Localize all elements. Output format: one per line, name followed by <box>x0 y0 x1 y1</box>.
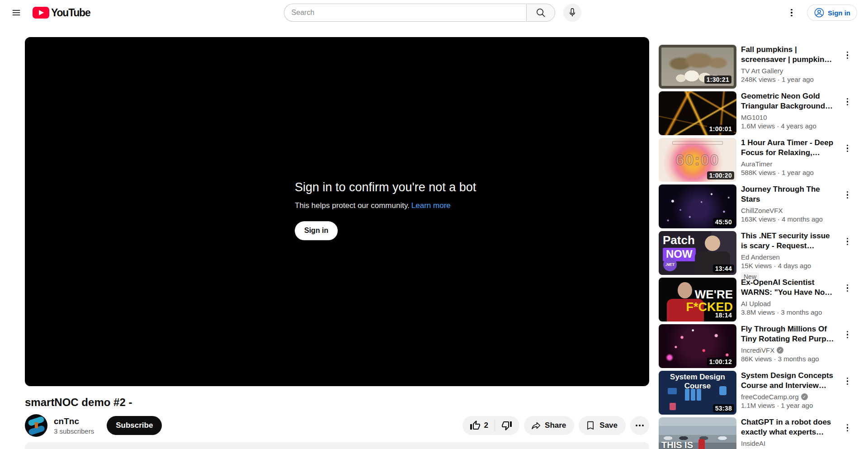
video-actions: 2 Share <box>462 416 649 435</box>
description-box[interactable]: 29 views1 day ago <box>25 442 649 449</box>
like-dislike-pill: 2 <box>462 416 519 435</box>
duration-badge: 53:38 <box>713 404 734 412</box>
search-icon <box>535 7 546 18</box>
related-video-title: Fall pumpkins | screensaver | pumpkin pa… <box>741 45 834 65</box>
hamburger-menu-button[interactable] <box>7 4 25 22</box>
video-details: Journey Through The Stars ChillZoneVFX 1… <box>741 184 834 228</box>
learn-more-link[interactable]: Learn more <box>411 201 451 210</box>
related-video-title: 1 Hour Aura Timer - Deep Focus for Relax… <box>741 138 834 158</box>
video-options-button[interactable] <box>847 45 849 89</box>
dislike-button[interactable] <box>495 420 519 431</box>
duration-badge: 1:00:01 <box>707 125 734 133</box>
video-thumbnail[interactable]: Patch NOW .NET 13:44 <box>659 231 736 275</box>
video-details: Fall pumpkins | screensaver | pumpkin pa… <box>741 45 834 89</box>
video-thumbnail[interactable]: 1:00:12 <box>659 324 736 368</box>
search-area <box>284 4 581 22</box>
save-button[interactable]: Save <box>579 416 626 435</box>
page-content: Sign in to confirm you're not a bot This… <box>0 25 868 449</box>
video-options-button[interactable] <box>847 417 849 449</box>
channel-subscribers: 3 subscribers <box>54 427 94 435</box>
related-video-item[interactable]: Patch NOW .NET 13:44 This .NET security … <box>659 231 848 275</box>
video-thumbnail[interactable]: 60:00 1:00:20 <box>659 138 736 182</box>
video-player[interactable]: Sign in to confirm you're not a bot This… <box>25 37 649 386</box>
thumbnail-timer-text: 60:00 <box>676 151 720 169</box>
video-thumbnail[interactable]: 45:50 <box>659 184 736 228</box>
kebab-icon <box>847 191 849 199</box>
video-thumbnail[interactable]: THIS IS SCARY... 16:01 <box>659 417 736 449</box>
header-right-controls: Sign in <box>783 4 857 22</box>
related-video-item[interactable]: 45:50 Journey Through The Stars ChillZon… <box>659 184 848 228</box>
verified-badge-icon: ✓ <box>777 347 783 354</box>
duration-badge: 1:00:12 <box>707 358 734 366</box>
related-video-item[interactable]: 1:00:01 Geometric Neon Gold Triangular B… <box>659 91 848 135</box>
kebab-icon <box>847 98 849 106</box>
search-input[interactable] <box>284 4 526 22</box>
video-meta-row: cnTnc 3 subscribers Subscribe 2 <box>25 414 649 437</box>
related-video-stats: 1.1M views · 1 year ago <box>741 402 834 409</box>
related-video-stats: 86K views · 3 months ago <box>741 355 834 363</box>
related-video-title: System Design Concepts Course and Interv… <box>741 371 834 391</box>
bookmark-icon <box>585 420 596 431</box>
header-sign-in-button[interactable]: Sign in <box>807 5 857 21</box>
share-button[interactable]: Share <box>524 416 574 435</box>
kebab-icon <box>847 238 849 246</box>
related-video-item[interactable]: WE'RE F*CKED 18:14 Ex-OpenAI Scientist W… <box>659 278 848 321</box>
youtube-logo-text: YouTube <box>51 7 90 19</box>
related-video-title: Journey Through The Stars <box>741 184 834 204</box>
thumbnail-text: Patch <box>663 233 695 247</box>
like-button[interactable]: 2 <box>462 420 495 431</box>
video-options-button[interactable] <box>847 138 849 182</box>
video-options-button[interactable] <box>847 231 849 275</box>
channel-name[interactable]: cnTnc <box>54 416 94 426</box>
video-options-button[interactable] <box>847 184 849 228</box>
diagram-block <box>697 389 701 401</box>
video-options-button[interactable] <box>847 324 849 368</box>
related-video-item[interactable]: System Design Course 53:38 System Design… <box>659 371 848 415</box>
related-video-stats: 3.8M views · 3 months ago <box>741 308 834 316</box>
overlay-sign-in-button[interactable]: Sign in <box>295 221 338 240</box>
video-thumbnail[interactable]: System Design Course 53:38 <box>659 371 736 415</box>
related-video-stats: 248K views · 1 year ago <box>741 76 834 83</box>
like-count: 2 <box>484 421 488 430</box>
thumbnail-text: THIS IS <box>661 440 693 449</box>
related-video-stats: 588K views · 1 year ago <box>741 169 834 176</box>
video-title: smartNOC demo #2 - <box>25 395 649 410</box>
related-channel-name: AI Upload <box>741 300 771 307</box>
youtube-logo[interactable]: YouTube <box>33 7 90 19</box>
duration-badge: 1:00:20 <box>707 171 734 180</box>
related-video-item[interactable]: 1:00:12 Fly Through Millions Of Tiny Rot… <box>659 324 848 368</box>
dotnet-logo-badge: .NET <box>663 258 677 271</box>
video-options-button[interactable] <box>847 371 849 415</box>
channel-avatar[interactable] <box>25 414 47 437</box>
duration-badge: 18:14 <box>713 311 734 319</box>
related-video-item[interactable]: 1:30:21 Fall pumpkins | screensaver | pu… <box>659 45 848 89</box>
related-videos-sidebar: 1:30:21 Fall pumpkins | screensaver | pu… <box>649 37 859 449</box>
kebab-icon <box>847 331 849 339</box>
related-video-item[interactable]: THIS IS SCARY... 16:01 ChatGPT in a robo… <box>659 417 848 449</box>
diagram-block <box>670 403 676 410</box>
video-thumbnail[interactable]: 1:30:21 <box>659 45 736 89</box>
kebab-icon <box>847 378 849 385</box>
video-options-button[interactable] <box>847 278 849 321</box>
share-icon <box>530 420 541 431</box>
more-actions-button[interactable] <box>630 416 649 435</box>
video-thumbnail[interactable]: WE'RE F*CKED 18:14 <box>659 278 736 321</box>
related-video-item[interactable]: 60:00 1:00:20 1 Hour Aura Timer - Deep F… <box>659 138 848 182</box>
voice-search-button[interactable] <box>563 4 581 22</box>
related-video-title: Geometric Neon Gold Triangular Backgroun… <box>741 91 834 111</box>
subscribe-button[interactable]: Subscribe <box>107 416 162 435</box>
top-navigation-bar: YouTube Sign in <box>0 0 868 25</box>
related-video-title: ChatGPT in a robot does exactly what exp… <box>741 417 834 437</box>
video-thumbnail[interactable]: 1:00:01 <box>659 91 736 135</box>
person-figure <box>705 236 720 251</box>
related-channel-name: IncrediVFX <box>741 346 774 354</box>
video-options-button[interactable] <box>847 91 849 135</box>
share-label: Share <box>545 421 566 430</box>
settings-menu-button[interactable] <box>783 4 801 22</box>
related-video-title: Ex-OpenAI Scientist WARNS: "You Have No … <box>741 278 834 298</box>
search-button[interactable] <box>526 4 555 22</box>
thumbnail-text: WE'RE <box>695 288 733 302</box>
person-icon <box>814 7 825 18</box>
thumbs-up-icon <box>470 420 481 431</box>
video-details: Ex-OpenAI Scientist WARNS: "You Have No … <box>741 278 834 321</box>
